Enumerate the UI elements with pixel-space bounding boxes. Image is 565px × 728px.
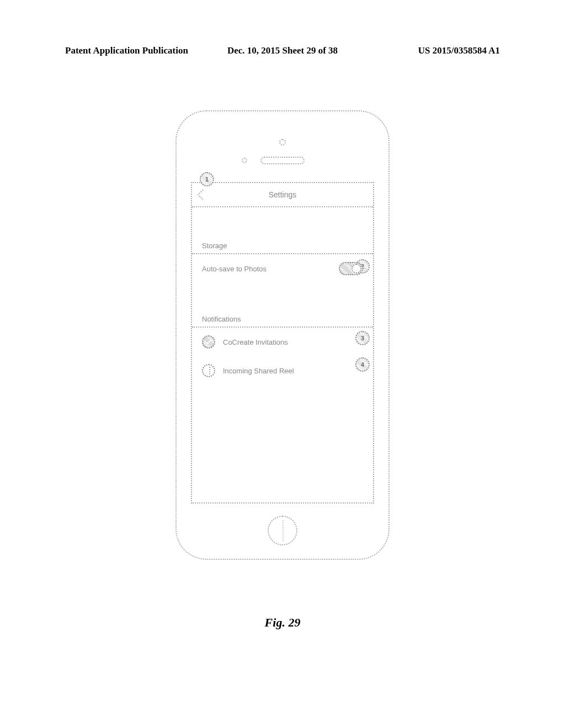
camera-icon	[279, 139, 286, 146]
section-storage: Storage Auto-save to Photos	[192, 242, 373, 283]
section-notifications: Notifications CoCreate Invitations Incom…	[192, 315, 373, 385]
header-left: Patent Application Publication	[65, 45, 188, 56]
row-cocreate[interactable]: CoCreate Invitations	[192, 328, 373, 356]
header-center: Dec. 10, 2015 Sheet 29 of 38	[227, 45, 338, 56]
notifications-header: Notifications	[192, 315, 373, 328]
page-header: Patent Application Publication Dec. 10, …	[65, 45, 500, 56]
phone-outline: 1 2 3 4 Settings Storage Auto-save to Ph…	[175, 110, 390, 560]
sensor-icon	[242, 158, 247, 163]
radio-checked-icon[interactable]	[202, 335, 215, 349]
incoming-label: Incoming Shared Reel	[223, 367, 363, 375]
callout-1: 1	[200, 172, 214, 186]
auto-save-label: Auto-save to Photos	[202, 265, 331, 273]
phone-screen: Settings Storage Auto-save to Photos Not…	[191, 182, 374, 504]
figure-label: Fig. 29	[265, 615, 301, 630]
cocreate-label: CoCreate Invitations	[223, 338, 363, 346]
storage-header: Storage	[192, 242, 373, 254]
home-button[interactable]	[268, 516, 297, 545]
radio-unchecked-icon[interactable]	[202, 364, 215, 377]
speaker-icon	[260, 157, 305, 164]
back-icon[interactable]	[196, 189, 204, 201]
title-bar: Settings	[192, 183, 373, 207]
page-title: Settings	[269, 190, 297, 199]
toggle-knob-icon	[351, 264, 361, 274]
row-incoming[interactable]: Incoming Shared Reel	[192, 356, 373, 385]
auto-save-toggle[interactable]	[339, 262, 363, 275]
row-auto-save: Auto-save to Photos	[192, 254, 373, 283]
header-right: US 2015/0358584 A1	[418, 45, 500, 56]
